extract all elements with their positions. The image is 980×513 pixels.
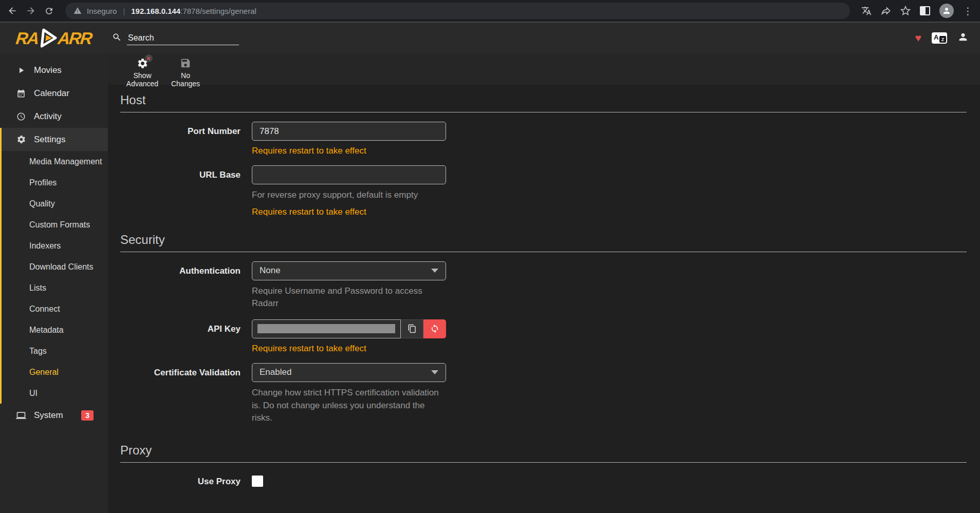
api-key-redacted-value [257, 324, 395, 333]
sidebar-item-ui[interactable]: UI [2, 383, 108, 404]
form-row-authentication: Authentication None Require Username and… [120, 261, 967, 310]
sidebar-item-connect[interactable]: Connect [2, 298, 108, 319]
url-base-input[interactable] [252, 165, 446, 184]
security-label: Inseguro [87, 7, 117, 15]
advanced-gear-icon [137, 56, 149, 70]
sidebar-item-label: Calendar [34, 88, 69, 99]
translate-icon[interactable] [861, 6, 872, 16]
authentication-label: Authentication [120, 261, 252, 310]
refresh-icon [430, 324, 439, 333]
save-icon [180, 56, 191, 70]
restart-warning-text: Requires restart to take effect [252, 344, 468, 354]
sidebar-item-indexers[interactable]: Indexers [2, 235, 108, 256]
chevron-down-icon [431, 370, 438, 374]
save-changes-button[interactable]: No Changes [168, 56, 204, 88]
url-path: :7878/settings/general [180, 7, 256, 15]
sidebar-item-download-clients[interactable]: Download Clients [2, 256, 108, 277]
sidebar-item-media-management[interactable]: Media Management [2, 151, 108, 172]
page-toolbar: Show Advanced No Changes [108, 53, 980, 85]
sidebar-item-activity[interactable]: Activity [0, 105, 108, 128]
settings-group: Settings Media Management Profiles Quali… [0, 128, 108, 404]
form-row-certificate-validation: Certificate Validation Enabled Change ho… [120, 363, 967, 425]
restart-warning-text: Requires restart to take effect [252, 207, 447, 217]
sidebar-item-label: System [34, 410, 63, 421]
logo-text-right: ARR [57, 30, 93, 47]
show-advanced-button[interactable]: Show Advanced [124, 56, 160, 88]
form-row-api-key: API Key Requires restart to take eff [120, 319, 967, 354]
certificate-validation-select[interactable]: Enabled [252, 363, 446, 382]
warning-triangle-icon [73, 7, 82, 15]
form-row-url-base: URL Base For reverse proxy support, defa… [120, 165, 967, 217]
settings-general-page: Host Port Number Requires restart to tak… [108, 85, 980, 513]
back-icon[interactable] [7, 6, 17, 16]
address-bar[interactable]: Inseguro | 192.168.0.144:7878/settings/g… [65, 3, 850, 19]
search-icon [112, 32, 122, 44]
system-health-badge: 3 [81, 410, 94, 421]
user-icon[interactable] [957, 31, 969, 45]
search-input[interactable] [127, 31, 239, 45]
sidebar-item-movies[interactable]: Movies [0, 59, 108, 82]
use-proxy-label: Use Proxy [120, 472, 252, 489]
certificate-validation-help-text: Change how strict HTTPS certification va… [252, 387, 447, 425]
sidebar-item-metadata[interactable]: Metadata [2, 319, 108, 340]
forward-icon[interactable] [26, 6, 36, 16]
url-host: 192.168.0.144 [131, 7, 180, 15]
browser-chrome: Inseguro | 192.168.0.144:7878/settings/g… [0, 0, 980, 23]
form-row-use-proxy: Use Proxy [120, 472, 967, 489]
api-key-label: API Key [120, 319, 252, 354]
donate-heart-icon[interactable]: ♥ [915, 32, 921, 44]
certificate-validation-label: Certificate Validation [120, 363, 252, 425]
sidebar-item-tags[interactable]: Tags [2, 340, 108, 362]
sidebar-item-label: Settings [34, 135, 65, 145]
sidebar-item-lists[interactable]: Lists [2, 277, 108, 298]
copy-api-key-button[interactable] [401, 319, 423, 338]
reload-icon[interactable] [44, 6, 54, 16]
sidebar-item-label: Movies [34, 65, 62, 75]
profile-avatar[interactable] [939, 4, 954, 18]
sidebar: Movies Calendar Activity Settings Media … [0, 53, 108, 513]
sidebar-item-custom-formats[interactable]: Custom Formats [2, 214, 108, 235]
sidebar-item-general[interactable]: General [2, 362, 108, 383]
translate-icon[interactable]: A Z [932, 32, 947, 44]
port-number-label: Port Number [120, 122, 252, 156]
app-header: RA ARR ♥ A Z [0, 23, 980, 53]
url-base-label: URL Base [120, 165, 252, 217]
port-number-input[interactable] [252, 122, 446, 141]
logo-text-left: RA [15, 30, 40, 47]
clock-icon [15, 112, 27, 121]
api-key-input[interactable] [252, 319, 401, 338]
share-icon[interactable] [881, 6, 891, 16]
sidebar-item-profiles[interactable]: Profiles [2, 172, 108, 193]
page-url: 192.168.0.144:7878/settings/general [131, 7, 256, 15]
sidebar-item-quality[interactable]: Quality [2, 193, 108, 214]
sidebar-item-calendar[interactable]: Calendar [0, 82, 108, 105]
url-base-help-text: For reverse proxy support, default is em… [252, 189, 447, 202]
authentication-select[interactable]: None [252, 261, 446, 280]
regenerate-api-key-button[interactable] [423, 319, 446, 338]
side-panel-icon[interactable] [920, 6, 930, 15]
section-title-host: Host [120, 93, 967, 112]
use-proxy-checkbox[interactable] [252, 476, 263, 487]
chevron-down-icon [431, 269, 438, 273]
form-row-port-number: Port Number Requires restart to take eff… [120, 122, 967, 156]
sidebar-item-system[interactable]: System 3 [0, 404, 108, 427]
calendar-icon [15, 89, 27, 98]
play-icon [15, 66, 27, 75]
section-title-proxy: Proxy [120, 443, 967, 463]
sidebar-item-label: Activity [34, 111, 62, 122]
copy-icon [408, 324, 417, 333]
play-emblem-icon [39, 28, 58, 48]
bookmark-star-icon[interactable] [900, 6, 911, 16]
omnibox-separator: | [122, 7, 126, 15]
advanced-disabled-badge [145, 54, 153, 62]
radarr-logo[interactable]: RA ARR [0, 28, 108, 48]
laptop-icon [15, 410, 27, 421]
section-title-security: Security [120, 233, 967, 252]
kebab-menu-icon[interactable]: ⋮ [963, 6, 973, 16]
gears-icon [15, 135, 27, 144]
sidebar-item-settings[interactable]: Settings [2, 128, 108, 151]
restart-warning-text: Requires restart to take effect [252, 146, 447, 156]
authentication-help-text: Require Username and Password to access … [252, 285, 447, 310]
